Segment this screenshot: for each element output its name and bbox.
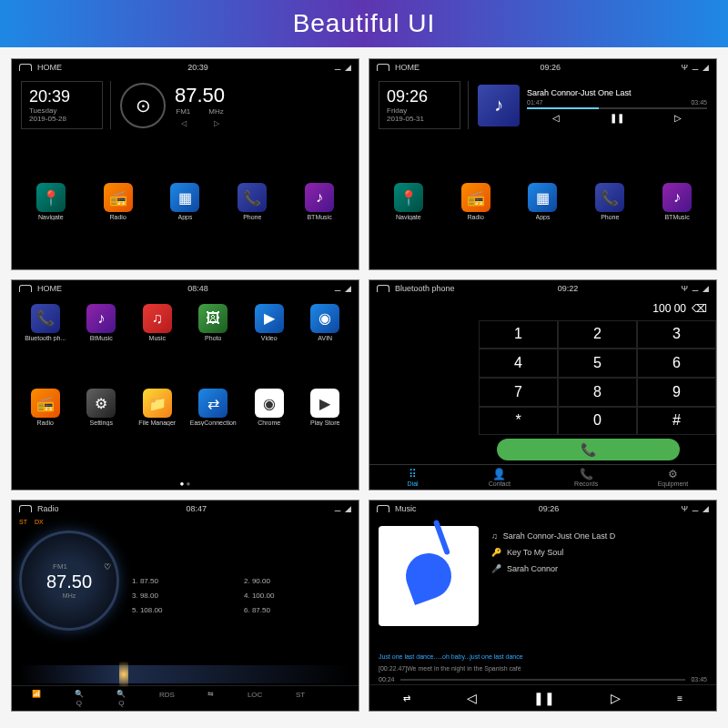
app-icon: ▦ xyxy=(170,183,199,212)
home-icon[interactable] xyxy=(19,64,32,71)
app-radio[interactable]: 📻 Radio xyxy=(19,389,72,470)
preset[interactable]: 5. 108.00 xyxy=(130,604,239,616)
radio-btn[interactable]: 📶 xyxy=(32,690,41,707)
backspace-icon[interactable]: ⌫ xyxy=(692,302,707,315)
preset[interactable]: 6. 87.50 xyxy=(242,604,351,616)
app-radio[interactable]: 📻 Radio xyxy=(93,183,144,220)
key-#[interactable]: # xyxy=(637,407,716,436)
app-bluetoothph[interactable]: 📞 Bluetooth ph... xyxy=(19,304,72,386)
home-icon[interactable] xyxy=(377,64,389,71)
home-icon[interactable] xyxy=(19,285,32,292)
frequency-scale[interactable] xyxy=(19,665,351,683)
radio-btn[interactable]: LOC xyxy=(248,690,262,707)
app-playstore[interactable]: ▶ Play Store xyxy=(299,389,352,470)
app-label: Phone xyxy=(243,214,261,220)
app-filemanager[interactable]: 📁 File Manager xyxy=(131,389,184,470)
clock-widget[interactable]: 09:26 Friday 2019-05-31 xyxy=(379,81,460,129)
preset[interactable]: 3. 98.00 xyxy=(130,590,239,602)
app-apps[interactable]: ▦ Apps xyxy=(517,183,568,220)
app-avin[interactable]: ◉ AVIN xyxy=(299,304,352,386)
tab-contact[interactable]: 👤Contact xyxy=(456,465,542,490)
app-btmusic[interactable]: ♪ BtMusic xyxy=(76,304,128,386)
call-button[interactable]: 📞 xyxy=(497,439,680,460)
antenna-icon: ⊙ xyxy=(120,83,166,128)
app-label: Music xyxy=(149,335,166,341)
radio-controls: 📶🔍Q🔍QRDS⇆LOCST xyxy=(12,685,359,711)
track-item[interactable]: ♫Sarah Connor-Just One Last D xyxy=(491,531,707,541)
track-item[interactable]: 🎤Sarah Connor xyxy=(491,564,707,573)
app-navigate[interactable]: 📍 Navigate xyxy=(383,183,434,220)
app-icon: ⚙ xyxy=(86,389,116,418)
prev-icon[interactable]: ◁ xyxy=(552,113,560,123)
preset[interactable]: 2. 90.00 xyxy=(242,575,351,587)
key-2[interactable]: 2 xyxy=(558,320,637,349)
next-icon[interactable]: ▷ xyxy=(611,691,621,705)
radio-widget[interactable]: ⊙ 87.50 FM1MHz ◁▷ xyxy=(110,81,349,129)
app-btmusic[interactable]: ♪ BTMusic xyxy=(652,183,703,220)
app-label: Phone xyxy=(601,214,619,220)
app-navigate[interactable]: 📍 Navigate xyxy=(25,183,76,220)
music-widget[interactable]: ♪ Sarah Connor-Just One Last 01:4703:45 … xyxy=(468,81,707,129)
bt-icon: ⚊ xyxy=(692,504,699,513)
app-music[interactable]: ♫ Music xyxy=(131,304,184,386)
tab-dial[interactable]: ⠿Dial xyxy=(369,465,456,490)
preset[interactable]: 4. 100.00 xyxy=(242,590,351,602)
pause-icon[interactable]: ❚❚ xyxy=(533,691,555,705)
app-btmusic[interactable]: ♪ BTMusic xyxy=(294,183,345,220)
app-easyconnection[interactable]: ⇄ EasyConnection xyxy=(187,389,240,470)
key-8[interactable]: 8 xyxy=(558,378,637,407)
key-4[interactable]: 4 xyxy=(479,349,558,378)
lyrics-line-1: Just one last dance.....oh baby...just o… xyxy=(369,651,716,662)
key-*[interactable]: * xyxy=(479,407,558,436)
pause-icon[interactable]: ❚❚ xyxy=(610,113,624,123)
app-chrome[interactable]: ◉ Chrome xyxy=(243,389,296,470)
track-item[interactable]: 🔑Key To My Soul xyxy=(491,548,707,557)
key-5[interactable]: 5 xyxy=(558,349,637,378)
key-9[interactable]: 9 xyxy=(637,378,716,407)
app-label: Apps xyxy=(536,214,551,220)
heart-icon[interactable]: ♡ xyxy=(104,562,111,571)
app-video[interactable]: ▶ Video xyxy=(243,304,296,386)
tuner-dial[interactable]: FM1♡ 87.50 MHz xyxy=(19,531,119,631)
bt-icon: ⚊ xyxy=(334,63,341,72)
tab-equipment[interactable]: ⚙Equipment xyxy=(630,465,716,490)
prev-icon[interactable]: ◁ xyxy=(467,691,477,705)
home-icon[interactable] xyxy=(19,505,32,512)
shuffle-icon[interactable]: ⇄ xyxy=(403,693,410,703)
app-icon: 📻 xyxy=(461,183,490,212)
app-photo[interactable]: 🖼 Photo xyxy=(187,304,240,386)
status-bar: Bluetooth phone 09:22 Ψ⚊◢ xyxy=(369,280,716,297)
playlist-icon[interactable]: ≡ xyxy=(677,693,682,703)
progress-bar[interactable]: 00:24 03:45 xyxy=(369,674,716,684)
app-apps[interactable]: ▦ Apps xyxy=(159,183,210,220)
home-icon[interactable] xyxy=(377,505,389,512)
radio-btn[interactable]: ST xyxy=(296,690,305,707)
radio-btn[interactable]: RDS xyxy=(159,690,175,707)
app-settings[interactable]: ⚙ Settings xyxy=(76,389,128,470)
home-icon[interactable] xyxy=(377,285,389,292)
wifi-icon: ◢ xyxy=(345,63,351,72)
tab-records[interactable]: 📞Records xyxy=(543,465,630,490)
key-1[interactable]: 1 xyxy=(479,320,558,349)
clock-widget[interactable]: 20:39 Tuesday 2019-05-28 xyxy=(21,81,103,129)
preset[interactable]: 1. 87.50 xyxy=(130,575,239,587)
key-3[interactable]: 3 xyxy=(637,320,716,349)
key-6[interactable]: 6 xyxy=(637,349,716,378)
radio-btn[interactable]: ⇆ xyxy=(207,690,214,707)
app-icon: 🖼 xyxy=(198,304,228,333)
radio-btn[interactable]: 🔍Q xyxy=(116,690,126,707)
key-7[interactable]: 7 xyxy=(479,378,558,407)
next-icon[interactable]: ▷ xyxy=(214,119,219,127)
prev-icon[interactable]: ◁ xyxy=(181,119,187,127)
status-bar: HOME 08:48 ⚊◢ xyxy=(12,280,359,297)
app-label: Bluetooth ph... xyxy=(25,335,66,341)
track-title: Sarah Connor-Just One Last xyxy=(527,88,707,97)
radio-btn[interactable]: 🔍Q xyxy=(75,690,84,707)
app-phone[interactable]: 📞 Phone xyxy=(227,183,278,220)
next-icon[interactable]: ▷ xyxy=(674,113,682,123)
app-radio[interactable]: 📻 Radio xyxy=(450,183,501,220)
key-0[interactable]: 0 xyxy=(558,407,637,436)
app-phone[interactable]: 📞 Phone xyxy=(584,183,635,220)
app-icon: ♪ xyxy=(86,304,116,333)
app-label: AVIN xyxy=(318,335,332,341)
